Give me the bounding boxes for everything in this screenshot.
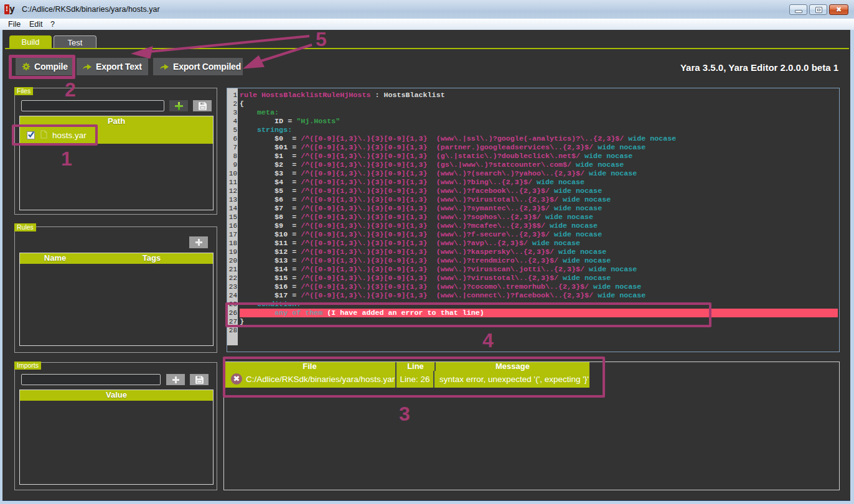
- floppy-icon: [195, 376, 204, 384]
- rules-column-tags: Tags: [90, 253, 213, 264]
- code-line-12: $5 = /^([0-9]{1,3}\.){3}[0-9]{1,3} (www\…: [238, 187, 839, 195]
- line-number: 21: [227, 265, 237, 274]
- code-line-4: ID = "Hj.Hosts": [238, 117, 839, 126]
- code-line-10: $3 = /^([0-9]{1,3}\.){3}[0-9]{1,3} (www\…: [238, 169, 839, 178]
- rules-table: Name Tags: [19, 253, 214, 346]
- code-line-28: [238, 326, 839, 335]
- code-line-19: $12 = /^([0-9]{1,3}\.){3}[0-9]{1,3} (www…: [238, 248, 839, 256]
- import-input[interactable]: [21, 374, 161, 385]
- errors-column-file: File: [224, 362, 395, 371]
- tab-test[interactable]: Test: [54, 35, 96, 49]
- imports-group-label: Imports: [14, 362, 41, 370]
- export-compiled-button[interactable]: Export Compiled: [153, 58, 243, 75]
- errors-table-header: File Line Message: [224, 362, 589, 371]
- compile-button[interactable]: Compile: [16, 58, 72, 75]
- application-window: !y C:/Adlice/RKSdk/binaries/yara/hosts.y…: [0, 0, 854, 504]
- code-line-18: $11 = /^([0-9]{1,3}\.){3}[0-9]{1,3} (www…: [238, 239, 839, 248]
- file-checkbox[interactable]: [27, 131, 35, 139]
- errors-column-line: Line: [395, 362, 434, 371]
- line-number-gutter: 1234567891011121314151617181920212223242…: [227, 88, 238, 345]
- code-line-16: $9 = /^([0-9]{1,3}\.){3}[0-9]{1,3} (www\…: [238, 222, 839, 230]
- tab-build[interactable]: Build: [9, 35, 52, 49]
- minimize-icon: [795, 10, 802, 13]
- line-number: 9: [227, 161, 237, 169]
- line-number: 2: [227, 100, 237, 108]
- code-line-3: meta:: [238, 108, 839, 117]
- save-rules-button[interactable]: [189, 236, 208, 248]
- title-bar[interactable]: !y C:/Adlice/RKSdk/binaries/yara/hosts.y…: [0, 0, 854, 19]
- line-number: 7: [227, 143, 237, 152]
- imports-column-value: Value: [20, 390, 213, 401]
- code-line-13: $6 = /^([0-9]{1,3}\.){3}[0-9]{1,3} (www\…: [238, 195, 839, 204]
- line-number: 1: [227, 91, 237, 100]
- line-number: 3: [227, 108, 237, 117]
- rules-column-name: Name: [20, 253, 90, 264]
- version-label: Yara 3.5.0, Yara Editor 2.0.0.0 beta 1: [680, 62, 838, 73]
- plus-icon: [175, 102, 183, 110]
- file-path-input[interactable]: [21, 100, 164, 111]
- errors-table: File Line Message C:/Adlice/RKSdk/binari…: [224, 362, 589, 388]
- check-icon: [27, 131, 35, 139]
- code-line-6: $0 = /^([0-9]{1,3}\.){3}[0-9]{1,3} (www\…: [238, 134, 839, 143]
- line-number: 4: [227, 117, 237, 126]
- add-import-button[interactable]: [166, 374, 185, 385]
- menu-edit[interactable]: Edit: [29, 20, 43, 29]
- export-arrow-icon: [83, 63, 92, 70]
- line-number: 24: [227, 291, 237, 300]
- files-column-path: Path: [20, 116, 213, 127]
- code-line-11: $4 = /^([0-9]{1,3}\.){3}[0-9]{1,3} (www\…: [238, 178, 839, 187]
- line-number: 13: [227, 195, 237, 204]
- tab-underline: [5, 48, 849, 49]
- minimize-button[interactable]: [789, 4, 807, 15]
- code-line-20: $13 = /^([0-9]{1,3}\.){3}[0-9]{1,3} (www…: [238, 256, 839, 265]
- export-compiled-label: Export Compiled: [173, 62, 241, 72]
- window-frame-inner-edge: [2, 500, 850, 501]
- error-cross-icon: ✖: [231, 373, 242, 385]
- line-number: 19: [227, 248, 237, 256]
- code-line-23: $16 = /^([0-9]{1,3}\.){3}[0-9]{1,3} (www…: [238, 282, 839, 291]
- save-imports-button[interactable]: [190, 374, 209, 385]
- line-number: 23: [227, 282, 237, 291]
- code-line-26: any of them (I have added an error to th…: [240, 309, 838, 317]
- maximize-button[interactable]: [809, 4, 827, 15]
- export-text-label: Export Text: [96, 62, 142, 72]
- gear-icon: [22, 63, 30, 70]
- floppy-icon: [199, 102, 207, 110]
- close-button[interactable]: ✖: [829, 4, 848, 15]
- line-number: 18: [227, 239, 237, 248]
- export-text-button[interactable]: Export Text: [77, 58, 148, 75]
- line-number: 12: [227, 187, 237, 195]
- line-number: 15: [227, 213, 237, 222]
- line-number: 11: [227, 178, 237, 187]
- line-number: 5: [227, 126, 237, 134]
- code-line-17: $10 = /^([0-9]{1,3}\.){3}[0-9]{1,3} (www…: [238, 230, 839, 239]
- compile-label: Compile: [34, 62, 68, 72]
- rules-group-label: Rules: [14, 223, 36, 231]
- line-number: 10: [227, 169, 237, 178]
- close-icon: ✖: [830, 5, 848, 14]
- save-files-button[interactable]: [193, 100, 212, 111]
- code-editor[interactable]: 1234567891011121314151617181920212223242…: [227, 88, 840, 352]
- error-file-cell: C:/Adlice/RKSdk/binaries/yara/hosts.yar: [224, 371, 395, 388]
- error-row[interactable]: C:/Adlice/RKSdk/binaries/yara/hosts.yar …: [224, 371, 589, 388]
- line-number: 8: [227, 152, 237, 161]
- file-icon: [40, 130, 47, 141]
- file-row-hosts-yar[interactable]: hosts.yar: [20, 127, 213, 144]
- file-name: hosts.yar: [52, 131, 87, 140]
- add-file-button[interactable]: [169, 100, 188, 111]
- export-arrow-icon: [160, 63, 169, 70]
- maximize-icon: [815, 7, 822, 13]
- code-line-15: $8 = /^([0-9]{1,3}\.){3}[0-9]{1,3} (www\…: [238, 213, 839, 222]
- line-number: 16: [227, 222, 237, 230]
- menu-help[interactable]: ?: [50, 20, 55, 29]
- line-number: 14: [227, 204, 237, 213]
- line-number: 25: [227, 300, 237, 309]
- code-line-25: condition:: [238, 300, 839, 309]
- code-line-14: $7 = /^([0-9]{1,3}\.){3}[0-9]{1,3} (www\…: [238, 204, 839, 213]
- code-line-24: $17 = /^([0-9]{1,3}\.){3}[0-9]{1,3} (www…: [238, 291, 839, 300]
- error-message-cell: syntax error, unexpected '(', expecting …: [433, 371, 589, 388]
- files-table: Path hosts.yar: [19, 116, 214, 210]
- menu-file[interactable]: File: [8, 20, 21, 29]
- code-line-7: $01 = /^([0-9]{1,3}\.){3}[0-9]{1,3} (par…: [238, 143, 839, 152]
- line-number: 26: [227, 309, 237, 317]
